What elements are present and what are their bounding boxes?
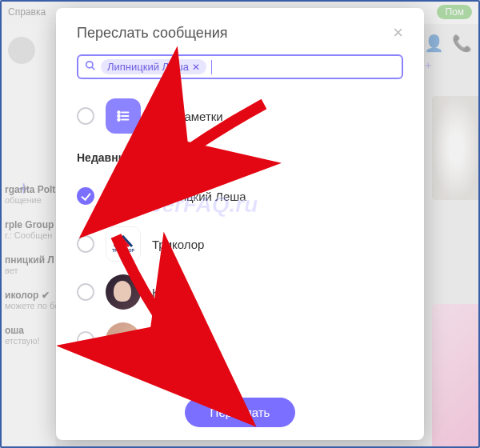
avatar-tricolor: ТРИКОЛОР	[106, 226, 141, 262]
notes-icon	[106, 98, 141, 134]
svg-line-1	[92, 67, 95, 70]
list-item-contact[interactable]: Ксюша	[77, 268, 403, 316]
chip-label: Липницкий Леша	[107, 61, 189, 73]
list-item-contact[interactable]	[77, 316, 403, 364]
search-input[interactable]	[217, 61, 395, 74]
list-item-notes[interactable]: Мои заметки	[77, 92, 403, 140]
radio-unchecked[interactable]	[77, 235, 94, 253]
list-item-contact[interactable]: Липницкий Леша	[77, 172, 403, 220]
forward-modal: Переслать сообщения × Липницкий Леша ✕ М…	[56, 8, 424, 440]
radio-unchecked[interactable]	[77, 283, 94, 301]
radio-unchecked[interactable]	[77, 331, 94, 349]
radio-unchecked[interactable]	[77, 107, 94, 125]
modal-title: Переслать сообщения	[77, 25, 228, 42]
avatar-photo	[106, 274, 141, 310]
svg-point-6	[118, 118, 120, 121]
search-field[interactable]: Липницкий Леша ✕	[77, 54, 403, 79]
svg-point-2	[118, 111, 120, 114]
forward-button[interactable]: Переслать	[185, 398, 296, 427]
svg-point-8	[116, 184, 130, 198]
item-label: Мои заметки	[152, 110, 223, 123]
close-icon[interactable]: ×	[393, 24, 403, 42]
avatar-placeholder-icon	[106, 178, 141, 214]
item-label: Ксюша	[152, 286, 190, 299]
svg-point-4	[118, 115, 120, 118]
chip-remove-icon[interactable]: ✕	[192, 62, 200, 73]
text-caret	[211, 60, 212, 74]
svg-point-0	[86, 62, 93, 68]
item-label: Липницкий Леша	[152, 190, 246, 203]
avatar-photo	[106, 322, 141, 358]
search-chip: Липницкий Леша ✕	[101, 59, 206, 74]
search-icon	[85, 60, 96, 74]
recent-heading: Недавние	[77, 151, 403, 164]
list-item-contact[interactable]: ТРИКОЛОР Триколор	[77, 220, 403, 268]
item-label: Триколор	[152, 238, 204, 251]
radio-checked[interactable]	[77, 187, 94, 205]
